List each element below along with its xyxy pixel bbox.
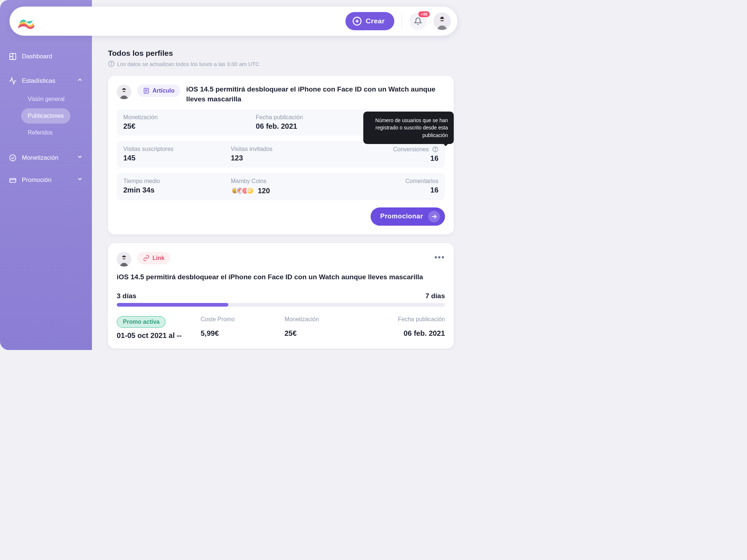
author-avatar[interactable] — [117, 85, 131, 99]
notif-badge: +99 — [418, 11, 430, 17]
sidebar-stats-submenu: Visión general Publicaciones Referidos — [0, 90, 92, 143]
promo-daterange: 01-05 oct 2021 al -- — [117, 331, 193, 340]
post-title: iOS 14.5 permitirá desbloquear el iPhone… — [117, 272, 445, 282]
notifications-button[interactable]: +99 — [409, 12, 427, 30]
svg-rect-4 — [10, 178, 16, 182]
svg-point-3 — [10, 155, 16, 161]
sidebar: Dashboard Estadísticas Visión general Pu… — [0, 0, 92, 350]
stat-label-pubdate: Fecha publicación — [368, 316, 445, 323]
coin-icon: 🌙 — [246, 187, 254, 195]
stat-val-pubdate: 06 feb. 2021 — [256, 122, 381, 131]
divider — [402, 13, 402, 29]
stat-label-monetization: Monetización — [123, 114, 248, 121]
content-type-pill-link: Link — [137, 252, 170, 264]
progress-left-label: 3 días — [117, 292, 136, 300]
stat-val-promo-cost: 5,99€ — [201, 329, 277, 338]
page-subtitle: Los datos se actualizan todos los lunes … — [108, 61, 454, 67]
topnav: Crear +99 — [9, 7, 457, 36]
sidebar-item-stats[interactable]: Estadísticas — [0, 71, 92, 90]
publication-card-link: ••• Link iOS 14.5 permitirá desbloquear … — [108, 243, 454, 349]
dashboard-icon — [9, 52, 17, 61]
stat-val-sub-visits: 145 — [123, 154, 224, 162]
promotion-icon — [9, 176, 17, 184]
stat-label-pubdate: Fecha publicación — [256, 114, 381, 121]
stat-val-monetization: 25€ — [123, 122, 248, 131]
info-icon — [108, 61, 115, 67]
stat-label-promo-cost: Coste Promo — [201, 316, 277, 323]
stat-val-comments: 16 — [338, 186, 438, 194]
stat-label-guest-visits: Visitas invitados — [231, 146, 331, 152]
svg-point-23 — [111, 62, 112, 63]
stat-val-pubdate: 06 feb. 2021 — [368, 329, 445, 338]
stat-label-sub-visits: Visitas suscriptores — [123, 146, 224, 152]
page-title: Todos los perfiles — [108, 49, 454, 58]
page-header: Todos los perfiles Los datos se actualiz… — [108, 49, 454, 67]
promote-button[interactable]: Promocionar — [371, 207, 445, 226]
svg-rect-26 — [123, 91, 125, 92]
avatar[interactable] — [433, 12, 451, 30]
monetization-icon — [9, 154, 17, 162]
create-button[interactable]: Crear — [345, 12, 394, 30]
sidebar-item-promotion[interactable]: Promoción — [0, 171, 92, 189]
stat-label-monetization: Monetización — [285, 316, 361, 323]
bell-icon — [414, 17, 422, 25]
article-icon — [143, 88, 150, 94]
conversions-tooltip: Número de usuarios que se han registrado… — [363, 112, 454, 144]
sidebar-label-promotion: Promoción — [22, 176, 51, 184]
coins-group: 😀 🐔 🎯 🌙 120 — [231, 187, 331, 195]
sidebar-sub-overview[interactable]: Visión general — [21, 92, 71, 107]
stat-label-conversions: Conversiones — [338, 146, 438, 153]
create-label: Crear — [366, 17, 385, 25]
post-title: iOS 14.5 permitirá desbloquear el iPhone… — [186, 85, 445, 104]
chevron-down-icon — [77, 153, 83, 162]
stat-label-comments: Comentarios — [338, 178, 438, 184]
progress-right-label: 7 días — [425, 292, 445, 300]
card-menu-button[interactable]: ••• — [434, 253, 445, 262]
stat-val-guest-visits: 123 — [231, 154, 331, 162]
progress-labels: 3 días 7 días — [117, 292, 445, 300]
stat-label-avgtime: Tiempo medio — [123, 178, 224, 184]
link-icon — [143, 255, 150, 261]
help-icon[interactable] — [432, 146, 438, 152]
svg-point-37 — [435, 150, 435, 151]
author-avatar[interactable] — [117, 252, 131, 267]
sidebar-item-monetization[interactable]: Monetización — [0, 148, 92, 167]
chevron-down-icon — [77, 176, 83, 184]
plus-icon — [352, 16, 362, 26]
sidebar-label-dashboard: Dashboard — [22, 53, 52, 60]
arrow-right-icon — [428, 211, 440, 222]
stat-val-conversions: 16 — [338, 154, 438, 163]
stat-val-coins: 120 — [258, 187, 270, 195]
sidebar-item-dashboard[interactable]: Dashboard — [0, 47, 92, 66]
activity-icon — [9, 77, 17, 85]
progress-bar — [117, 303, 445, 307]
stat-val-monetization: 25€ — [285, 329, 361, 338]
stat-label-coins: Mamby Coins — [231, 178, 331, 184]
promo-active-badge: Promo activa — [117, 316, 166, 328]
logo[interactable] — [16, 11, 36, 31]
publication-card-article: Número de usuarios que se han registrado… — [108, 76, 454, 234]
svg-rect-41 — [123, 258, 125, 259]
main-content: Todos los perfiles Los datos se actualiz… — [92, 0, 467, 350]
chevron-up-icon — [77, 77, 83, 85]
progress-fill — [117, 303, 228, 307]
sidebar-sub-publications[interactable]: Publicaciones — [21, 108, 70, 124]
content-type-pill-article: Artículo — [137, 85, 180, 97]
sidebar-sub-referrals[interactable]: Referidos — [21, 125, 59, 140]
stat-val-avgtime: 2min 34s — [123, 186, 224, 194]
svg-rect-13 — [441, 20, 444, 21]
sidebar-label-stats: Estadísticas — [22, 77, 55, 85]
sidebar-label-monetization: Monetización — [22, 154, 58, 162]
